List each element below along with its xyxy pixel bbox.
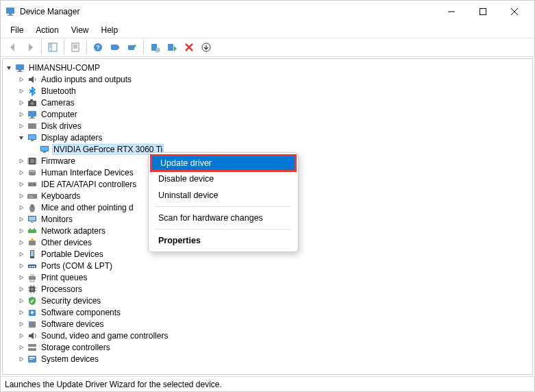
svg-rect-9 [49,45,51,45]
close-button[interactable] [499,1,530,23]
network-icon [27,225,38,236]
uninstall-button[interactable] [147,39,163,56]
tree-category-sound[interactable]: Sound, video and game controllers [4,330,531,341]
tree-category-camera[interactable]: Cameras [4,97,531,108]
menu-view[interactable]: View [66,24,95,36]
disable-button[interactable] [164,39,180,56]
back-button[interactable] [5,39,21,56]
tree-category-softdev[interactable]: Software devices [4,318,531,330]
toolbar: ? [1,38,534,57]
expand-icon[interactable] [16,331,26,341]
window-title: Device Manager [20,7,436,16]
ctx-properties[interactable]: Properties [149,232,298,249]
sound-icon [27,330,38,341]
svg-rect-57 [32,195,32,196]
tree-item-label: Bluetooth [40,86,77,96]
expand-icon[interactable] [16,261,26,271]
expand-icon[interactable] [16,226,26,236]
tree-category-security[interactable]: Security devices [4,295,531,306]
expand-icon[interactable] [16,319,26,329]
menu-action[interactable]: Action [30,24,64,36]
tree-item-label: Human Interface Devices [40,168,135,177]
svg-point-34 [34,127,35,128]
storage-icon [27,342,38,353]
expand-icon[interactable] [16,354,26,364]
root-icon [14,62,25,73]
tree-category-storage[interactable]: Storage controllers [4,341,531,353]
expand-icon[interactable] [16,156,26,166]
tree-category-system[interactable]: System devices [4,353,531,365]
titlebar: Device Manager [1,1,534,23]
expand-icon[interactable] [16,215,26,224]
tree-category-computer[interactable]: Computer [4,108,531,120]
delete-button[interactable] [181,39,197,56]
tree-root[interactable]: HIMANSHU-COMP [4,62,531,73]
ctx-uninstall-device[interactable]: Uninstall device [149,187,298,204]
tree-category-audio[interactable]: Audio inputs and outputs [4,73,531,85]
window-controls [436,1,530,23]
svg-rect-29 [30,99,33,101]
ide-icon [27,179,38,190]
properties-button[interactable] [67,39,84,56]
expand-icon[interactable] [16,98,26,108]
expand-icon[interactable] [16,249,26,259]
menu-file[interactable]: File [5,24,29,36]
collapse-icon[interactable] [16,133,26,143]
svg-rect-79 [31,288,34,291]
svg-rect-33 [28,123,36,129]
menu-help[interactable]: Help [96,24,124,36]
maximize-button[interactable] [467,1,499,23]
tree-category-port[interactable]: Ports (COM & LPT) [4,260,531,271]
help-button[interactable]: ? [90,39,106,56]
svg-rect-62 [29,217,36,221]
ctx-disable-device[interactable]: Disable device [149,171,298,187]
ctx-separator [155,229,291,230]
update-driver-button[interactable] [124,39,140,56]
expand-icon[interactable] [16,75,26,84]
tree-category-display[interactable]: Display adapters [4,132,531,143]
display-icon [27,132,38,143]
svg-rect-74 [34,266,35,267]
tree-item-label: Display adapters [40,133,103,143]
svg-rect-76 [30,274,34,276]
ctx-update-driver[interactable]: Update driver [150,154,297,172]
menubar: File Action View Help [1,23,534,38]
expand-icon[interactable] [16,296,26,306]
expand-icon[interactable] [16,180,26,189]
show-hide-tree-button[interactable] [45,39,61,56]
expand-icon[interactable] [16,110,26,119]
expand-icon[interactable] [16,273,26,282]
tree-category-print[interactable]: Print queues [4,271,531,283]
svg-rect-70 [31,251,34,256]
context-menu: Update driver Disable device Uninstall d… [148,152,299,252]
collapse-icon[interactable] [4,63,14,73]
expand-icon[interactable] [16,86,26,96]
tree-item-label: Software components [40,308,122,317]
expand-icon[interactable] [16,121,26,131]
svg-rect-2 [8,15,13,16]
display-icon [39,144,50,155]
portable-icon [27,249,38,260]
expand-icon[interactable] [16,343,26,352]
expand-icon[interactable] [16,238,26,247]
svg-rect-11 [72,43,79,51]
tree-category-softcomp[interactable]: Software components [4,306,531,318]
svg-rect-26 [17,71,23,72]
ctx-scan-hardware[interactable]: Scan for hardware changes [149,210,298,226]
tree-category-bluetooth[interactable]: Bluetooth [4,85,531,97]
softdev-icon [27,319,38,330]
expand-icon[interactable] [16,168,26,177]
expand-icon[interactable] [16,284,26,294]
expand-icon[interactable] [16,203,26,212]
forward-button[interactable] [22,39,38,56]
tree-category-processor[interactable]: Processors [4,283,531,295]
statusbar: Launches the Update Driver Wizard for th… [1,376,534,391]
scan-hardware-button[interactable] [107,39,123,56]
down-arrow-button[interactable] [198,39,214,56]
expand-icon[interactable] [16,191,26,201]
expand-icon[interactable] [16,308,26,317]
svg-point-28 [31,101,34,105]
tree-category-disk[interactable]: Disk drives [4,120,531,132]
minimize-button[interactable] [436,1,467,23]
tree-item-label: Disk drives [40,121,83,131]
